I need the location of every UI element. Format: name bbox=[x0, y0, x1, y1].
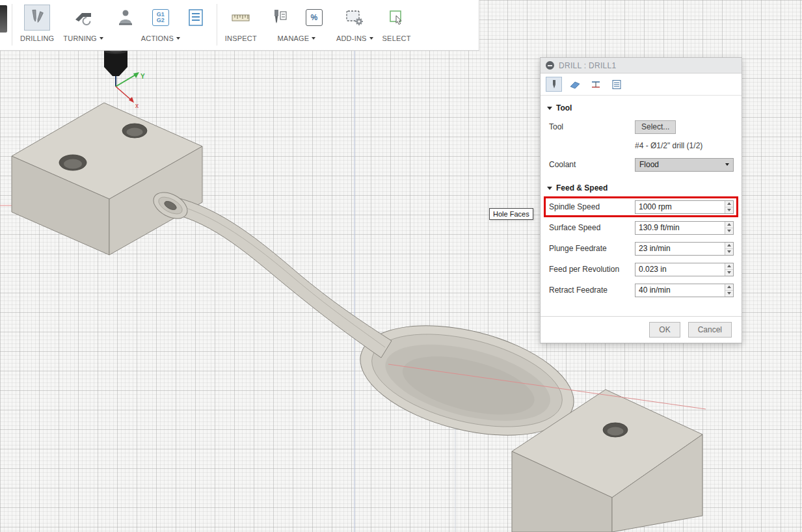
toolbar-group-select: SELECT bbox=[382, 3, 411, 42]
tab-actions[interactable]: ACTIONS bbox=[141, 34, 180, 42]
tab-drilling-label: DRILLING bbox=[20, 34, 54, 42]
cycle-tab-icon bbox=[611, 79, 622, 90]
left-stock-block[interactable] bbox=[12, 103, 202, 255]
spindle-speed-label: Spindle Speed bbox=[549, 202, 635, 211]
spinner-down-icon[interactable] bbox=[725, 207, 733, 213]
coolant-dropdown[interactable]: Flood bbox=[635, 158, 734, 172]
simulate-icon bbox=[116, 8, 135, 27]
right-block-hole[interactable] bbox=[603, 423, 628, 437]
tab-addins[interactable]: ADD-INS bbox=[336, 34, 373, 42]
tab-select-label: SELECT bbox=[382, 34, 411, 42]
tab-cycle[interactable] bbox=[608, 77, 624, 92]
tool-section-header[interactable]: Tool bbox=[541, 99, 742, 116]
chevron-down-icon bbox=[725, 163, 729, 166]
surface-speed-input[interactable] bbox=[635, 221, 734, 235]
toolbar-group-actions: G1 G2 ACTIONS bbox=[113, 3, 209, 42]
surface-speed-label: Surface Speed bbox=[549, 223, 635, 232]
feed-per-revolution-input[interactable] bbox=[635, 263, 734, 276]
feed-per-revolution-field[interactable] bbox=[635, 263, 734, 276]
spinner-up-icon[interactable] bbox=[725, 284, 733, 291]
select-button[interactable] bbox=[384, 5, 410, 31]
operation-icon bbox=[546, 61, 554, 70]
spinner-up-icon[interactable] bbox=[725, 201, 733, 207]
tool-description-row: #4 - Ø1/2" drill (1/2) bbox=[541, 137, 742, 154]
spinner-buttons[interactable] bbox=[725, 243, 733, 255]
spindle-speed-row: Spindle Speed bbox=[541, 196, 742, 217]
plunge-feedrate-input[interactable] bbox=[635, 242, 734, 256]
tab-addins-label: ADD-INS bbox=[336, 34, 367, 42]
manufacture-toolbar: DRILLING TURNING bbox=[0, 0, 479, 51]
drill-tool[interactable] bbox=[104, 47, 127, 76]
g2-text: G2 bbox=[157, 18, 165, 23]
tool-library-button[interactable] bbox=[266, 5, 292, 31]
spindle-speed-input[interactable] bbox=[635, 200, 734, 214]
spinner-buttons[interactable] bbox=[725, 263, 733, 276]
tab-inspect-label: INSPECT bbox=[225, 34, 257, 42]
surface-speed-field[interactable] bbox=[635, 221, 734, 235]
feed-section-header[interactable]: Feed & Speed bbox=[541, 179, 742, 196]
parameters-button[interactable]: % bbox=[301, 5, 327, 31]
add-ins-icon bbox=[345, 8, 364, 27]
drilling-button[interactable] bbox=[24, 5, 50, 31]
chevron-down-icon bbox=[369, 37, 373, 40]
tool-select-button[interactable]: Select... bbox=[635, 120, 676, 134]
tab-geometry[interactable] bbox=[567, 77, 583, 92]
tab-inspect[interactable]: INSPECT bbox=[225, 34, 257, 42]
inspect-button[interactable] bbox=[228, 5, 254, 31]
spinner-down-icon[interactable] bbox=[725, 270, 733, 276]
tab-manage[interactable]: MANAGE bbox=[278, 34, 316, 42]
tab-drilling[interactable]: DRILLING bbox=[20, 34, 54, 42]
spinner-up-icon[interactable] bbox=[725, 243, 733, 249]
tab-turning[interactable]: TURNING bbox=[63, 34, 103, 42]
ok-button[interactable]: OK bbox=[649, 322, 680, 338]
tool-row: Tool Select... bbox=[541, 116, 742, 137]
tool-tab-icon bbox=[548, 79, 560, 90]
toolbar-group-drilling: DRILLING bbox=[20, 3, 54, 42]
axis-y-label: Y bbox=[140, 73, 145, 80]
toolbar-separator bbox=[12, 4, 12, 46]
coolant-label: Coolant bbox=[549, 160, 635, 169]
spoon-model[interactable] bbox=[149, 187, 585, 455]
simulate-button[interactable] bbox=[113, 5, 139, 31]
spinner-up-icon[interactable] bbox=[725, 222, 733, 228]
spinner-buttons[interactable] bbox=[725, 222, 733, 234]
chevron-down-icon bbox=[312, 37, 315, 40]
triangle-down-icon bbox=[547, 107, 552, 110]
spinner-up-icon[interactable] bbox=[725, 263, 733, 270]
axis-x-label: x bbox=[135, 102, 139, 109]
tab-turning-label: TURNING bbox=[63, 34, 97, 42]
tab-tool[interactable] bbox=[546, 77, 562, 92]
spinner-down-icon[interactable] bbox=[725, 228, 733, 234]
plunge-feedrate-field[interactable] bbox=[635, 242, 734, 256]
cancel-button[interactable]: Cancel bbox=[688, 322, 732, 338]
toolbar-group-inspect: INSPECT bbox=[225, 3, 257, 42]
toolbar-separator bbox=[217, 4, 217, 46]
setup-sheet-icon bbox=[186, 8, 206, 27]
tool-section-title: Tool bbox=[556, 103, 572, 113]
feed-rows: Spindle Speed Surface Speed Plunge Feedr… bbox=[541, 196, 742, 300]
tab-actions-label: ACTIONS bbox=[141, 34, 174, 42]
tab-heights[interactable] bbox=[587, 77, 604, 92]
dialog-titlebar[interactable]: DRILL : DRILL1 bbox=[541, 58, 742, 73]
tool-description: #4 - Ø1/2" drill (1/2) bbox=[635, 141, 702, 150]
tab-select[interactable]: SELECT bbox=[382, 34, 411, 42]
tool-library-icon bbox=[269, 8, 289, 27]
retract-feedrate-field[interactable] bbox=[635, 284, 734, 297]
spinner-down-icon[interactable] bbox=[725, 249, 733, 255]
add-ins-button[interactable] bbox=[341, 5, 368, 31]
toolbar-group-manage: % MANAGE bbox=[266, 3, 327, 42]
retract-feedrate-input[interactable] bbox=[635, 284, 734, 297]
percent-text: % bbox=[311, 14, 318, 22]
post-process-icon: G1 G2 bbox=[152, 9, 169, 26]
setup-sheet-button[interactable] bbox=[183, 5, 209, 31]
turning-button[interactable] bbox=[70, 5, 96, 31]
plunge-feedrate-label: Plunge Feedrate bbox=[549, 244, 635, 253]
spinner-down-icon[interactable] bbox=[725, 291, 733, 297]
hole-faces-tooltip: Hole Faces bbox=[489, 208, 533, 220]
plunge-feedrate-row: Plunge Feedrate bbox=[541, 238, 742, 259]
spinner-buttons[interactable] bbox=[725, 284, 733, 297]
spindle-speed-field[interactable] bbox=[635, 200, 734, 214]
spinner-buttons[interactable] bbox=[725, 201, 733, 213]
post-process-button[interactable]: G1 G2 bbox=[148, 5, 174, 31]
turning-icon bbox=[74, 8, 93, 27]
